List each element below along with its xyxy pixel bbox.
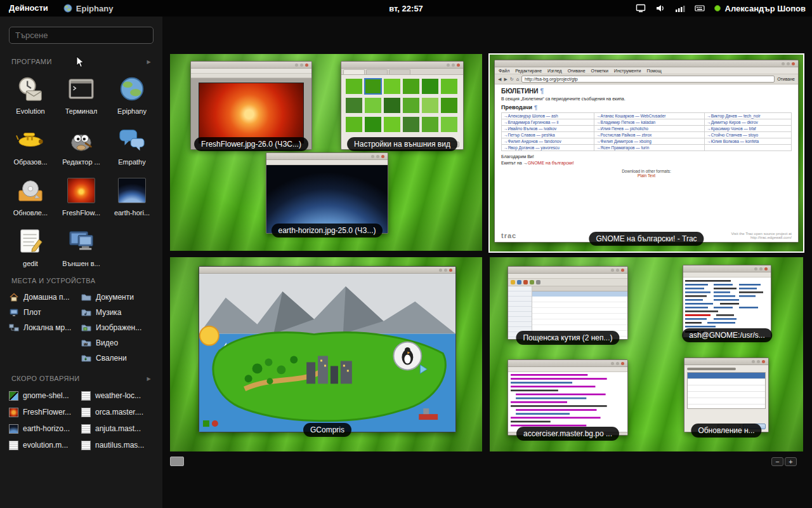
window-title-pill: earth-horizon.jpg-25.0 (ЧЗ...) <box>272 224 383 237</box>
window-gcompris[interactable]: GCompris <box>199 266 456 432</box>
recent-item[interactable]: orca.master.... <box>81 404 154 420</box>
window-titlebar <box>683 265 771 272</box>
window-title-pill: Настройки на външния вид <box>347 137 457 151</box>
app-item-software-update[interactable]: Обновле... <box>5 172 56 218</box>
recent-expander-icon[interactable]: ▶ <box>147 376 151 382</box>
app-item-earth-horizon[interactable]: earth-hori... <box>107 172 157 218</box>
workspace-1[interactable]: FreshFlower.jpg-26.0 (ЧЗС...) Настройки … <box>170 54 482 251</box>
clock[interactable]: вт, 22:57 <box>389 4 423 13</box>
place-label: Музика <box>96 308 122 317</box>
window-menubar <box>508 274 627 279</box>
window-po-editor[interactable]: accerciser.master.bg.po ... <box>508 359 628 436</box>
recent-label: orca.master.... <box>95 408 143 417</box>
keyboard-input-icon[interactable] <box>695 3 705 13</box>
network-icon <box>9 323 19 333</box>
volume-icon[interactable] <box>655 3 665 13</box>
place-item-downloads[interactable]: Свалени <box>81 351 154 366</box>
epiphany-globe-icon <box>115 72 148 105</box>
workspace-switcher-chip[interactable] <box>170 457 184 466</box>
appearance-tabs <box>341 69 463 75</box>
place-item-network[interactable]: Локална мр... <box>9 320 81 335</box>
text-document-icon <box>81 441 91 450</box>
place-item-home[interactable]: Домашна п... <box>9 290 81 305</box>
workspace-3[interactable]: GCompris <box>170 257 482 451</box>
window-earth-horizon[interactable]: earth-horizon.jpg-25.0 (ЧЗ...) <box>266 152 388 234</box>
app-item-evolution[interactable]: Evolution <box>5 70 56 117</box>
earth-thumbnail-icon <box>9 424 18 434</box>
activities-button[interactable]: Дейности <box>0 0 57 17</box>
forward-icon: ▶ <box>504 77 507 82</box>
app-item-empathy[interactable]: Empathy <box>107 121 157 168</box>
workspace-4[interactable]: Пощенска кутия (2 неп...) ash <box>490 257 803 451</box>
update-package-list <box>687 372 766 409</box>
gcompris-plane-icon <box>14 123 47 156</box>
translator-link: →Виктор Дачев — tech_noir <box>705 113 792 119</box>
window-software-update[interactable]: Обновление н... <box>684 358 769 432</box>
app-label: Empathy <box>118 158 145 166</box>
place-item-music[interactable]: Музика <box>81 305 154 320</box>
app-item-epiphany[interactable]: Epiphany <box>107 70 157 117</box>
recent-item[interactable]: weather-loc... <box>81 387 154 404</box>
app-item-appearance[interactable]: Външен в... <box>56 223 107 269</box>
window-title-pill: FreshFlower.jpg-26.0 (ЧЗС...) <box>194 137 308 151</box>
app-label: Редактор ... <box>62 158 100 166</box>
app-menu[interactable]: Epiphany <box>57 4 120 13</box>
window-appearance-settings[interactable]: Настройки на външния вид <box>341 61 464 150</box>
app-item-terminal[interactable]: Терминал <box>56 70 107 117</box>
workspace-remove-button[interactable]: − <box>771 457 783 466</box>
network-signal-icon[interactable] <box>675 3 685 13</box>
window-freshflower-gimp[interactable]: FreshFlower.jpg-26.0 (ЧЗС...) <box>190 61 312 150</box>
user-menu[interactable]: Александър Шопов <box>714 4 806 13</box>
search-input[interactable] <box>9 27 154 44</box>
window-evolution-mail[interactable]: Пощенска кутия (2 неп...) <box>508 266 628 340</box>
window-epiphany-trac[interactable]: Файл Редактиране Изглед Отиване Отметки … <box>494 60 799 243</box>
team-link: GNOME на български! <box>528 161 574 165</box>
window-title-pill: Обновление н... <box>691 424 761 438</box>
workspace-add-button[interactable]: + <box>785 457 797 466</box>
recent-title: СКОРО ОТВАРЯНИ <box>11 375 80 382</box>
window-titlebar <box>508 267 627 274</box>
recent-label: nautilus.mas... <box>95 441 144 450</box>
desktop-icon <box>9 307 19 318</box>
recent-item[interactable]: nautilus.mas... <box>81 437 154 453</box>
menu-help: Помощ <box>646 69 661 73</box>
recent-list: gnome-shel... FreshFlower... earth-horiz… <box>9 387 154 453</box>
recent-item[interactable]: gnome-shel... <box>9 387 81 404</box>
trac-page: БЮЛЕТИНИ¶ В секция „Бюлетини“ са периоди… <box>495 84 798 242</box>
recent-item[interactable]: anjuta.mast... <box>81 420 154 437</box>
window-title-pill: accerciser.master.bg.po ... <box>516 427 619 441</box>
recent-label: gnome-shel... <box>23 391 69 400</box>
text-document-icon <box>81 408 91 417</box>
download-label: Download in other formats: <box>501 169 792 173</box>
pictures-folder-icon <box>81 323 91 333</box>
app-label: gedit <box>23 260 38 267</box>
app-label: Външен в... <box>62 260 100 267</box>
anchor-pilcrow: ¶ <box>540 88 544 95</box>
place-item-pictures[interactable]: Изображен... <box>81 320 154 335</box>
app-item-image-editor[interactable]: Редактор ... <box>56 121 107 168</box>
app-item-gedit[interactable]: gedit <box>5 223 56 269</box>
window-terminal[interactable]: ash@GNOME:/usr/s... <box>683 265 771 338</box>
recent-item[interactable]: FreshFlower... <box>9 404 81 420</box>
app-item-freshflower[interactable]: FreshFlow... <box>56 172 107 218</box>
window-title-pill: Пощенска кутия (2 неп...) <box>516 331 619 345</box>
recent-item[interactable]: earth-horizo... <box>9 420 81 437</box>
window-menubar <box>508 367 627 372</box>
recent-item[interactable]: evolution.m... <box>9 437 81 453</box>
display-icon[interactable] <box>636 3 646 13</box>
window-title-pill: ash@GNOME:/usr/s... <box>682 328 772 342</box>
place-item-videos[interactable]: Видео <box>81 335 154 351</box>
gnome-shell-overview: { "topbar": { "activities_label": "Дейно… <box>0 0 812 508</box>
programs-expander-icon[interactable]: ▶ <box>147 59 151 65</box>
app-item-gcompris[interactable]: Образов... <box>5 121 56 168</box>
terminal-icon <box>65 72 98 105</box>
workspace-2-active[interactable]: Файл Редактиране Изглед Отиване Отметки … <box>488 53 804 253</box>
translator-link: →Филип Андонов — fandonov <box>502 138 594 145</box>
place-item-desktop[interactable]: Плот <box>9 305 81 320</box>
downloads-folder-icon <box>81 353 91 363</box>
app-label: Обновле... <box>13 209 48 217</box>
window-titlebar <box>341 62 463 69</box>
place-item-documents[interactable]: Документи <box>81 290 154 305</box>
translator-link: →Юлия Волкова — konfeta <box>705 138 792 145</box>
window-titlebar <box>684 358 768 365</box>
